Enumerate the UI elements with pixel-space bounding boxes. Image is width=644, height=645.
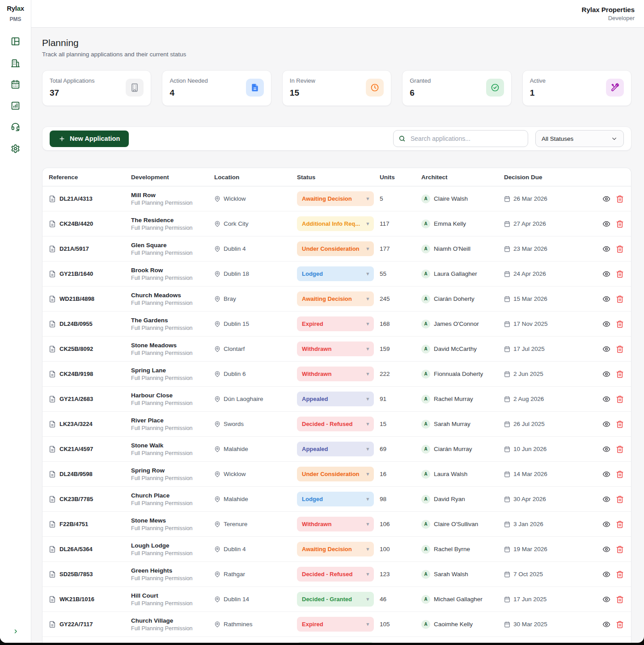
status-select[interactable]: Withdrawn ▾ xyxy=(297,341,374,356)
sidebar-item-calendar-icon[interactable] xyxy=(11,79,21,89)
status-select[interactable]: Awaiting Decision ▾ xyxy=(297,291,374,306)
development-name: Mill Row xyxy=(131,192,214,198)
status-select[interactable]: Withdrawn ▾ xyxy=(297,367,374,381)
view-button[interactable] xyxy=(602,244,611,254)
sidebar-item-dashboard-icon[interactable] xyxy=(11,36,21,46)
eye-icon xyxy=(602,620,610,628)
units-value: 5 xyxy=(380,195,421,202)
status-select[interactable]: Lodged ▾ xyxy=(297,492,374,506)
view-button[interactable] xyxy=(602,519,611,529)
stat-value: 4 xyxy=(169,88,208,98)
search-input[interactable] xyxy=(393,130,528,147)
status-select[interactable]: Decided - Granted ▾ xyxy=(297,592,374,607)
status-label: Appealed xyxy=(302,446,328,452)
status-select[interactable]: Under Consideration ▾ xyxy=(297,241,374,256)
view-button[interactable] xyxy=(602,620,611,629)
view-button[interactable] xyxy=(602,394,611,404)
status-filter-select[interactable]: All Statuses xyxy=(535,130,624,147)
table-row: WD21B/4898 Church Meadows Full Planning … xyxy=(42,287,631,312)
status-select[interactable]: Decided - Refused ▾ xyxy=(297,567,374,582)
view-button[interactable] xyxy=(602,219,611,229)
reference-text: WK21B/1016 xyxy=(59,596,94,603)
status-select[interactable]: Decided - Refused ▾ xyxy=(297,417,374,431)
delete-button[interactable] xyxy=(615,294,625,304)
status-select[interactable]: Decided - Granted ▾ xyxy=(297,642,374,643)
buildings-icon xyxy=(11,58,20,67)
view-button[interactable] xyxy=(602,319,611,329)
sidebar-item-support-headset-icon[interactable] xyxy=(11,122,21,132)
architect-avatar: A xyxy=(421,194,430,203)
delete-button[interactable] xyxy=(615,269,625,279)
delete-button[interactable] xyxy=(615,444,625,454)
eye-icon xyxy=(602,370,610,378)
sidebar-item-settings-gear-icon[interactable] xyxy=(11,143,21,153)
status-select[interactable]: Appealed ▾ xyxy=(297,442,374,456)
calendar-icon xyxy=(504,496,510,502)
map-pin-icon xyxy=(214,321,220,327)
new-application-button[interactable]: New Application xyxy=(50,131,129,147)
view-button[interactable] xyxy=(602,419,611,429)
units-value: 46 xyxy=(380,596,421,603)
delete-button[interactable] xyxy=(615,519,625,529)
stat-card: Active 1 xyxy=(522,70,631,106)
delete-button[interactable] xyxy=(615,569,625,579)
view-button[interactable] xyxy=(602,494,611,504)
units-value: 55 xyxy=(380,270,421,277)
delete-button[interactable] xyxy=(615,194,625,204)
eye-icon xyxy=(602,595,610,603)
document-icon xyxy=(246,79,264,97)
architect-avatar: A xyxy=(421,470,430,479)
units-value: 117 xyxy=(380,220,421,227)
status-select[interactable]: Appealed ▾ xyxy=(297,392,374,406)
view-button[interactable] xyxy=(602,369,611,379)
sidebar-expand-button[interactable] xyxy=(10,626,21,637)
delete-button[interactable] xyxy=(615,394,625,404)
delete-button[interactable] xyxy=(615,469,625,479)
view-button[interactable] xyxy=(602,594,611,604)
delete-button[interactable] xyxy=(615,219,625,229)
view-button[interactable] xyxy=(602,544,611,554)
delete-button[interactable] xyxy=(615,244,625,254)
support-headset-icon xyxy=(11,122,20,132)
stat-value: 1 xyxy=(530,88,546,98)
sidebar-item-reports-chart-icon[interactable] xyxy=(11,101,21,110)
delete-button[interactable] xyxy=(615,369,625,379)
map-pin-icon xyxy=(214,571,220,578)
status-select[interactable]: Expired ▾ xyxy=(297,617,374,632)
status-select[interactable]: Awaiting Decision ▾ xyxy=(297,542,374,556)
view-button[interactable] xyxy=(602,269,611,279)
eye-icon xyxy=(602,520,610,528)
view-button[interactable] xyxy=(602,569,611,579)
view-button[interactable] xyxy=(602,344,611,354)
calendar-icon xyxy=(504,296,510,302)
status-select[interactable]: Withdrawn ▾ xyxy=(297,517,374,531)
delete-button[interactable] xyxy=(615,594,625,604)
view-button[interactable] xyxy=(602,469,611,479)
table-row: LK23A/3224 River Place Full Planning Per… xyxy=(42,412,631,437)
status-select[interactable]: Expired ▾ xyxy=(297,316,374,331)
sidebar-item-buildings-icon[interactable] xyxy=(11,58,21,67)
delete-button[interactable] xyxy=(615,419,625,429)
units-value: 106 xyxy=(380,521,421,527)
location-text: Rathmines xyxy=(224,621,253,628)
delete-button[interactable] xyxy=(615,494,625,504)
status-select[interactable]: Lodged ▾ xyxy=(297,266,374,281)
map-pin-icon xyxy=(214,421,220,427)
architect-name: Ciarán Doherty xyxy=(434,295,475,302)
delete-button[interactable] xyxy=(615,344,625,354)
eye-icon xyxy=(602,220,610,228)
development-name: Stone Meadows xyxy=(131,342,214,349)
eye-icon xyxy=(602,295,610,303)
status-label: Under Consideration xyxy=(302,245,360,252)
view-button[interactable] xyxy=(602,444,611,454)
view-button[interactable] xyxy=(602,194,611,204)
status-select[interactable]: Under Consideration ▾ xyxy=(297,467,374,481)
table-toolbar: New Application All Statuses xyxy=(42,126,631,151)
delete-button[interactable] xyxy=(615,620,625,629)
architect-name: Claire Walsh xyxy=(434,195,468,202)
status-select[interactable]: Additional Info Req... ▾ xyxy=(297,216,374,231)
delete-button[interactable] xyxy=(615,544,625,554)
status-select[interactable]: Awaiting Decision ▾ xyxy=(297,191,374,206)
delete-button[interactable] xyxy=(615,319,625,329)
view-button[interactable] xyxy=(602,294,611,304)
